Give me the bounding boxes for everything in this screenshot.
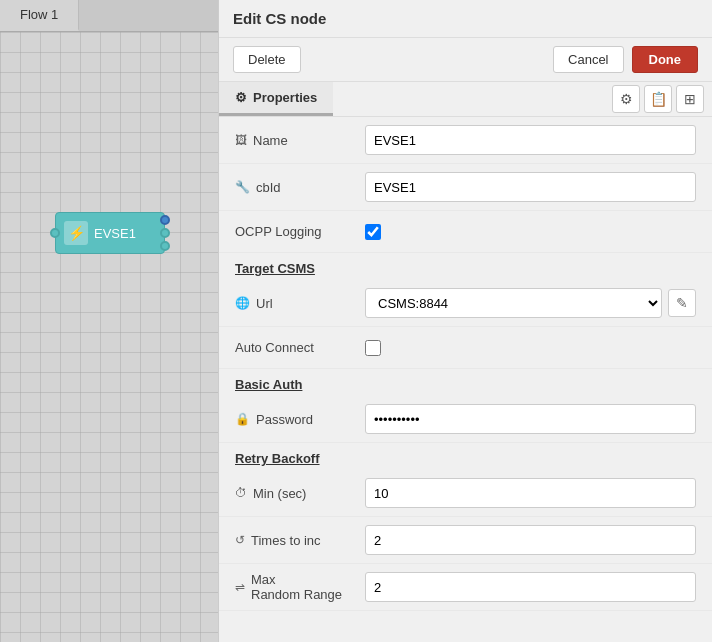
auto-connect-checkbox[interactable]: [365, 340, 381, 356]
settings-icon-btn[interactable]: ⚙: [612, 85, 640, 113]
panel-tabs-row: ⚙ Properties ⚙ 📋 ⊞: [219, 82, 712, 117]
toolbar-right: Cancel Done: [553, 46, 698, 73]
target-csms-header: Target CSMS: [219, 253, 712, 280]
url-select-wrap: CSMS:8844 ✎: [365, 288, 696, 318]
url-icon: 🌐: [235, 296, 250, 310]
port-dot-mid: [160, 228, 170, 238]
cbid-row: 🔧 cbId: [219, 164, 712, 211]
shuffle-icon: ⇌: [235, 580, 245, 594]
url-edit-button[interactable]: ✎: [668, 289, 696, 317]
delete-button[interactable]: Delete: [233, 46, 301, 73]
retry-backoff-header: Retry Backoff: [219, 443, 712, 470]
grid-icon-btn[interactable]: ⊞: [676, 85, 704, 113]
node-port-right: [160, 215, 170, 251]
min-sec-input[interactable]: [365, 478, 696, 508]
properties-tab[interactable]: ⚙ Properties: [219, 82, 333, 116]
ocpp-logging-checkbox[interactable]: [365, 224, 381, 240]
panel-tab-icons: ⚙ 📋 ⊞: [604, 85, 712, 113]
password-label: 🔒 Password: [235, 412, 365, 427]
password-row: 🔒 Password: [219, 396, 712, 443]
min-sec-label: ⏱ Min (sec): [235, 486, 365, 501]
port-dot-bot: [160, 241, 170, 251]
canvas-area: Flow 1 ⚡ EVSE1: [0, 0, 218, 642]
basic-auth-header: Basic Auth: [219, 369, 712, 396]
max-random-range-row: ⇌ MaxRandom Range: [219, 564, 712, 611]
ocpp-logging-label: OCPP Logging: [235, 224, 365, 239]
grid-icon: ⊞: [684, 91, 696, 107]
evse-node[interactable]: ⚡ EVSE1: [55, 212, 165, 254]
port-dot-left: [50, 228, 60, 238]
gear-tab-icon: ⚙: [235, 90, 247, 105]
auto-connect-row: Auto Connect: [219, 327, 712, 369]
name-input[interactable]: [365, 125, 696, 155]
name-row: 🖼 Name: [219, 117, 712, 164]
max-random-range-input[interactable]: [365, 572, 696, 602]
panel-content: 🖼 Name 🔧 cbId OCPP Logging Target CSMS: [219, 117, 712, 642]
pencil-icon: ✎: [676, 295, 688, 311]
edit-panel: Edit CS node Delete Cancel Done ⚙ Proper…: [218, 0, 712, 642]
name-icon: 🖼: [235, 133, 247, 147]
cbid-icon: 🔧: [235, 180, 250, 194]
lock-icon: 🔒: [235, 412, 250, 426]
doc-icon: 📋: [650, 91, 667, 107]
flow-tab-label: Flow 1: [20, 7, 58, 22]
node-label: EVSE1: [94, 226, 136, 241]
cbid-input[interactable]: [365, 172, 696, 202]
clock-icon: ⏱: [235, 486, 247, 500]
tab-bar: Flow 1: [0, 0, 218, 32]
node-icon: ⚡: [64, 221, 88, 245]
doc-icon-btn[interactable]: 📋: [644, 85, 672, 113]
flow-tab[interactable]: Flow 1: [0, 0, 79, 31]
url-select[interactable]: CSMS:8844: [365, 288, 662, 318]
cancel-button[interactable]: Cancel: [553, 46, 623, 73]
times-to-inc-row: ↺ Times to inc: [219, 517, 712, 564]
properties-tab-label: Properties: [253, 90, 317, 105]
canvas-content[interactable]: ⚡ EVSE1: [0, 32, 218, 642]
url-row: 🌐 Url CSMS:8844 ✎: [219, 280, 712, 327]
times-to-inc-input[interactable]: [365, 525, 696, 555]
times-to-inc-label: ↺ Times to inc: [235, 533, 365, 548]
auto-connect-checkbox-wrap: [365, 340, 696, 356]
port-dot-top: [160, 215, 170, 225]
panel-title: Edit CS node: [233, 10, 326, 27]
done-button[interactable]: Done: [632, 46, 699, 73]
name-label: 🖼 Name: [235, 133, 365, 148]
refresh-icon: ↺: [235, 533, 245, 547]
url-label: 🌐 Url: [235, 296, 365, 311]
settings-icon: ⚙: [620, 91, 633, 107]
ocpp-logging-checkbox-wrap: [365, 224, 696, 240]
node-port-left: [50, 228, 60, 238]
panel-toolbar: Delete Cancel Done: [219, 38, 712, 82]
password-input[interactable]: [365, 404, 696, 434]
auto-connect-label: Auto Connect: [235, 340, 365, 355]
max-random-range-label: ⇌ MaxRandom Range: [235, 572, 365, 602]
ocpp-logging-row: OCPP Logging: [219, 211, 712, 253]
cbid-label: 🔧 cbId: [235, 180, 365, 195]
panel-header: Edit CS node: [219, 0, 712, 38]
min-sec-row: ⏱ Min (sec): [219, 470, 712, 517]
